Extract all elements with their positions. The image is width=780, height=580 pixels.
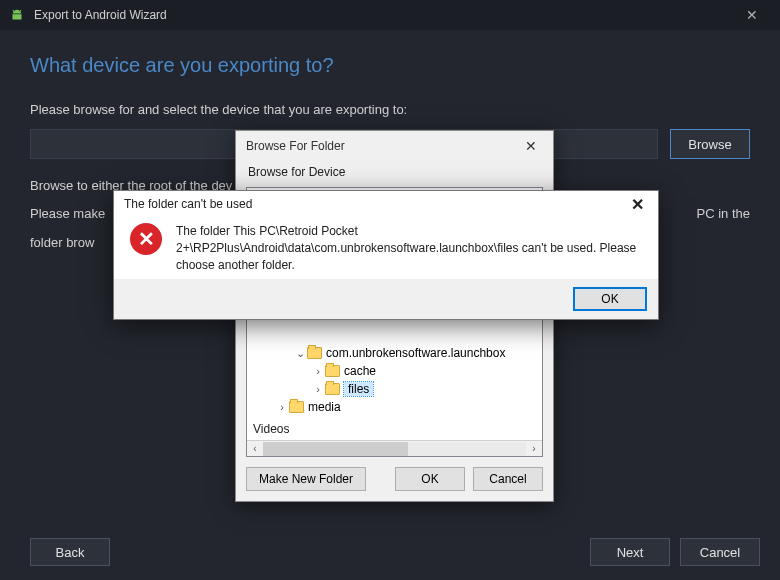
close-icon[interactable]: ✕ [519, 138, 543, 154]
error-icon: ✕ [130, 223, 162, 255]
tree-node-files[interactable]: files [344, 382, 373, 396]
chevron-right-icon[interactable]: › [311, 365, 325, 377]
tree-node-media[interactable]: media [308, 400, 341, 414]
tree-node-launchbox[interactable]: com.unbrokensoftware.launchbox [326, 346, 505, 360]
msg-titlebar[interactable]: The folder can't be used ✕ [114, 191, 658, 217]
back-button[interactable]: Back [30, 538, 110, 566]
bff-ok-button[interactable]: OK [395, 467, 465, 491]
wizard-footer: Back Next Cancel [0, 524, 780, 580]
bff-subtitle: Browse for Device [236, 161, 553, 187]
chevron-right-icon[interactable]: › [311, 383, 325, 395]
browse-button[interactable]: Browse [670, 129, 750, 159]
scroll-track[interactable] [263, 442, 526, 456]
scroll-right-icon[interactable]: › [526, 442, 542, 456]
bff-titlebar[interactable]: Browse For Folder ✕ [236, 131, 553, 161]
chevron-down-icon[interactable]: ⌄ [293, 347, 307, 360]
msg-title-text: The folder can't be used [124, 197, 252, 211]
horizontal-scrollbar[interactable]: ‹ › [247, 440, 542, 456]
folder-icon [307, 347, 322, 359]
bff-cancel-button[interactable]: Cancel [473, 467, 543, 491]
error-message-dialog: The folder can't be used ✕ ✕ The folder … [113, 190, 659, 320]
msg-ok-button[interactable]: OK [574, 288, 646, 310]
instruction-3a: Please make [30, 205, 105, 223]
chevron-right-icon[interactable]: › [275, 401, 289, 413]
scroll-left-icon[interactable]: ‹ [247, 442, 263, 456]
tree-node-videos[interactable]: Videos [253, 422, 289, 436]
android-icon [8, 6, 26, 24]
folder-icon [325, 365, 340, 377]
folder-icon [289, 401, 304, 413]
tree-node-cache[interactable]: cache [344, 364, 376, 378]
msg-text: The folder This PC\Retroid Pocket 2+\RP2… [176, 223, 642, 279]
bff-title-text: Browse For Folder [246, 139, 345, 153]
wizard-title-text: Export to Android Wizard [34, 8, 167, 22]
instruction-1: Please browse for and select the device … [30, 101, 750, 119]
close-icon[interactable]: ✕ [627, 195, 648, 214]
folder-icon [325, 383, 340, 395]
instruction-3b: PC in the [697, 205, 750, 223]
scroll-thumb[interactable] [263, 442, 408, 456]
make-new-folder-button[interactable]: Make New Folder [246, 467, 366, 491]
wizard-titlebar[interactable]: Export to Android Wizard ✕ [0, 0, 780, 30]
page-heading: What device are you exporting to? [30, 54, 750, 77]
close-icon[interactable]: ✕ [732, 7, 772, 23]
next-button[interactable]: Next [590, 538, 670, 566]
wizard-cancel-button[interactable]: Cancel [680, 538, 760, 566]
